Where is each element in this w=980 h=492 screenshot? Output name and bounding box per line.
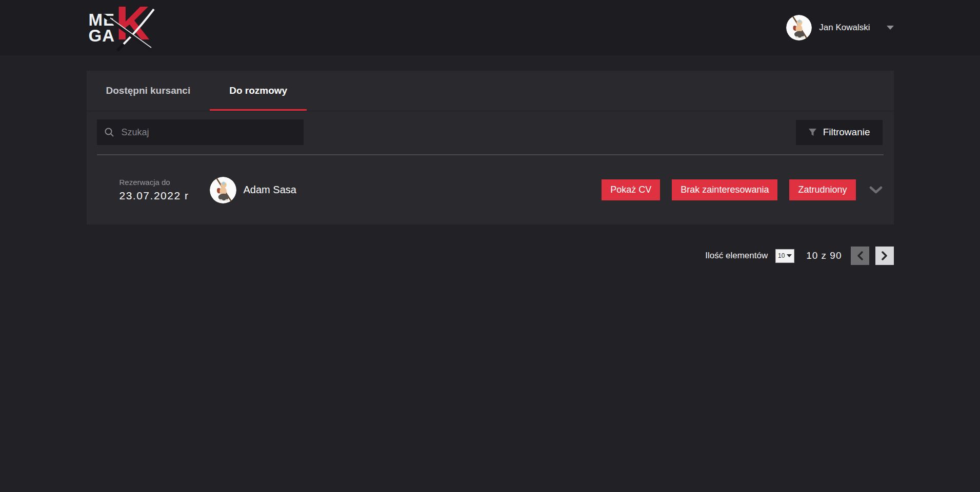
- hired-button[interactable]: Zatrudniony: [789, 179, 855, 200]
- page-size-select[interactable]: 10: [775, 249, 794, 263]
- logo-text: ME GA: [89, 12, 115, 44]
- items-per-page-label: Ilość elementów: [705, 251, 768, 261]
- main-content: Dostępni kursanci Do rozmowy Filtrowanie: [87, 71, 894, 265]
- tab-do-rozmowy[interactable]: Do rozmowy: [210, 71, 307, 111]
- select-caret-icon: [787, 254, 792, 257]
- no-interest-button[interactable]: Brak zainteresowania: [672, 179, 777, 200]
- filter-icon: [808, 128, 817, 136]
- user-avatar: [786, 15, 812, 40]
- filter-button-label: Filtrowanie: [823, 127, 870, 138]
- tab-bar: Dostępni kursanci Do rozmowy: [87, 71, 894, 111]
- app-header: ME GA K: [0, 0, 980, 55]
- logo-line2: GA: [89, 28, 115, 44]
- candidates-card: Dostępni kursanci Do rozmowy Filtrowanie: [87, 71, 894, 224]
- user-menu[interactable]: Jan Kowalski: [786, 15, 893, 40]
- show-cv-button[interactable]: Pokaż CV: [602, 179, 660, 200]
- candidate-row: Rezerwacja do 23.07.2022 r Adam Sasa: [87, 155, 894, 224]
- pagination: Ilość elementów 10 10 z 90: [87, 247, 894, 265]
- filter-button[interactable]: Filtrowanie: [796, 120, 883, 145]
- toolbar: Filtrowanie: [87, 111, 894, 145]
- tab-dostepni-kursanci[interactable]: Dostępni kursanci: [87, 71, 210, 111]
- prev-page-button[interactable]: [851, 247, 869, 265]
- chevron-right-icon: [882, 251, 888, 260]
- candidate-avatar: [210, 177, 236, 203]
- search-input[interactable]: [121, 127, 296, 138]
- search-box[interactable]: [97, 119, 304, 145]
- user-name: Jan Kowalski: [819, 23, 870, 33]
- page-size-value: 10: [778, 252, 785, 259]
- row-expand-chevron[interactable]: [869, 186, 883, 194]
- search-icon: [104, 127, 114, 137]
- app-logo[interactable]: ME GA K: [87, 6, 164, 50]
- pagination-range: 10 z 90: [806, 250, 842, 261]
- reservation-label: Rezerwacja do: [119, 178, 210, 187]
- row-actions: Pokaż CV Brak zainteresowania Zatrudnion…: [590, 179, 882, 200]
- chevron-left-icon: [857, 251, 863, 260]
- next-page-button[interactable]: [875, 247, 894, 265]
- candidate-name: Adam Sasa: [244, 184, 296, 196]
- logo-letter-k: K: [116, 0, 150, 47]
- reservation-info: Rezerwacja do 23.07.2022 r: [119, 178, 210, 202]
- caret-down-icon: [887, 26, 894, 30]
- chevron-down-icon: [869, 186, 883, 194]
- reservation-date: 23.07.2022 r: [119, 190, 210, 202]
